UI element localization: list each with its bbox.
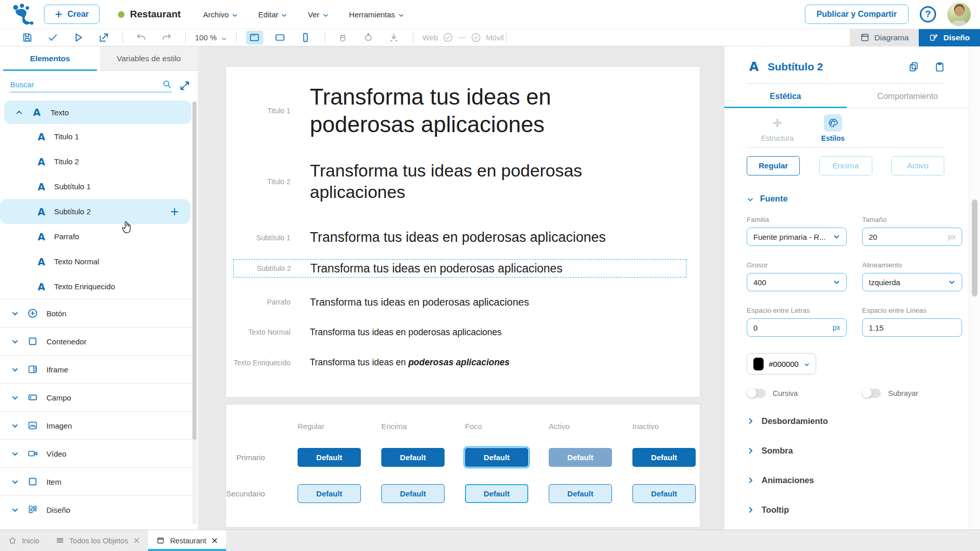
- state-column-header: Inactivo: [622, 422, 700, 431]
- default-button-secundario-inactivo[interactable]: Default: [632, 484, 696, 503]
- chevron-right-icon: [747, 477, 754, 484]
- design-canvas[interactable]: Titulo 1Transforma tus ideas en poderosa…: [199, 46, 724, 530]
- sidebar-item-subtítulo-2[interactable]: ASubtítulo 2: [0, 199, 190, 224]
- section-animaciones[interactable]: Animaciones: [747, 465, 945, 495]
- tab-diagrama[interactable]: Diagrama: [850, 29, 919, 46]
- device-phone-button[interactable]: [297, 31, 314, 45]
- subtab-estilos[interactable]: Estilos: [821, 114, 845, 142]
- search-input[interactable]: [10, 80, 162, 89]
- fuente-section-header[interactable]: Fuente: [747, 194, 945, 204]
- section-tooltip[interactable]: Tooltip: [747, 495, 945, 524]
- sidebar-group-campo[interactable]: Campo: [0, 383, 192, 411]
- sidebar-scrollbar-thumb[interactable]: [192, 102, 197, 440]
- menu-ver[interactable]: Ver: [308, 10, 329, 19]
- undo-button[interactable]: [132, 31, 150, 45]
- sidebar-group-item[interactable]: Item: [0, 467, 192, 495]
- sidebar-item-label: Texto Enriquecido: [54, 282, 115, 291]
- sample-text-prefix: Transforma tus ideas en: [310, 357, 408, 367]
- bottom-tab-todos-los-objetos[interactable]: Todos los Objetos: [47, 530, 148, 551]
- sidebar-group-contenedor[interactable]: Contenedor: [0, 327, 192, 355]
- device-tablet-button[interactable]: [272, 31, 289, 45]
- bottom-tab-inicio[interactable]: Inicio: [0, 530, 47, 551]
- default-button-secundario-foco[interactable]: Default: [465, 484, 528, 503]
- grosor-select[interactable]: 400: [747, 273, 847, 291]
- tab-diseno[interactable]: Diseño: [919, 29, 980, 46]
- zoom-control[interactable]: 100 %: [195, 33, 227, 42]
- download-button[interactable]: [385, 31, 403, 45]
- font-color-picker[interactable]: #000000: [747, 353, 816, 374]
- apple-button[interactable]: [360, 31, 377, 45]
- save-button[interactable]: [18, 31, 36, 45]
- tab-variables-de-estilo[interactable]: Variables de estilo: [100, 46, 198, 71]
- redo-button[interactable]: [158, 31, 175, 45]
- bottom-tab-restaurant[interactable]: Restaurant: [148, 530, 226, 551]
- section-desbordamiento[interactable]: Desbordamiento: [747, 406, 945, 436]
- tab-diagrama-label: Diagrama: [874, 33, 909, 42]
- copy-style-icon[interactable]: [908, 61, 919, 72]
- menu-herramientas[interactable]: Herramientas: [349, 10, 404, 19]
- espacio-lineas-input[interactable]: [869, 323, 955, 332]
- paste-style-icon[interactable]: [934, 61, 945, 72]
- alineamiento-select[interactable]: Izquierda: [862, 273, 962, 291]
- subrayar-toggle[interactable]: Subrayar: [862, 389, 962, 398]
- sidebar-group-imagen[interactable]: Imagen: [0, 411, 192, 439]
- tab-comportamiento[interactable]: Comportamiento: [847, 84, 969, 108]
- sidebar-group-vídeo[interactable]: Vídeo: [0, 439, 192, 467]
- android-button[interactable]: [334, 31, 352, 45]
- sidebar-item-texto-normal[interactable]: ATexto Normal: [0, 249, 192, 274]
- state-button-regular[interactable]: Regular: [747, 156, 800, 176]
- sidebar-item-parrafo[interactable]: AParrafo: [0, 224, 192, 249]
- menu-archivo[interactable]: Archivo: [203, 10, 238, 19]
- validate-button[interactable]: [44, 31, 61, 45]
- sidebar-group-texto[interactable]: ATexto: [4, 101, 191, 124]
- sidebar-item-texto-enriquecido[interactable]: ATexto Enriquecido: [0, 274, 192, 299]
- tamano-input[interactable]: [869, 233, 948, 241]
- preview-button[interactable]: [69, 31, 87, 45]
- text-style-label: Subtítulo 1: [233, 234, 310, 242]
- window-scrollbar-thumb[interactable]: [972, 199, 977, 296]
- cursiva-toggle[interactable]: Cursiva: [747, 389, 847, 398]
- canvas-text-row-texto-normal[interactable]: Texto NormalTransforma tus ideas en pode…: [233, 327, 700, 338]
- canvas-text-row-titulo-1[interactable]: Titulo 1Transforma tus ideas en poderosa…: [233, 83, 700, 138]
- create-button[interactable]: Crear: [44, 5, 100, 24]
- web-mobile-toggle[interactable]: Web Móvil: [423, 32, 504, 43]
- default-button-secundario-regular[interactable]: Default: [298, 484, 361, 503]
- sidebar-group-botón[interactable]: Botón: [0, 299, 192, 327]
- justinmind-logo[interactable]: [11, 4, 35, 25]
- sidebar-item-titulo-2[interactable]: ATitulo 2: [0, 149, 192, 174]
- expand-panel-icon[interactable]: [179, 80, 190, 91]
- canvas-text-row-subtítulo-2[interactable]: Subtítulo 2Transforma tus ideas en poder…: [233, 259, 687, 278]
- menu-editar[interactable]: Editar: [258, 10, 287, 19]
- sidebar-item-titulo-1[interactable]: ATitulo 1: [0, 124, 192, 149]
- default-button-primario-encima[interactable]: Default: [381, 448, 445, 467]
- state-button-encima[interactable]: Encima: [819, 156, 872, 176]
- text-style-icon: A: [36, 281, 47, 292]
- canvas-text-row-parrafo[interactable]: ParrafoTransforma tus ideas en poderosas…: [233, 296, 700, 308]
- default-button-primario-foco[interactable]: Default: [465, 448, 528, 467]
- familia-select[interactable]: Fuente primaria - R...: [747, 228, 847, 246]
- subtab-estructura[interactable]: Estructura: [761, 114, 794, 142]
- help-icon[interactable]: ?: [920, 6, 936, 22]
- sidebar-item-subtítulo-1[interactable]: ASubtítulo 1: [0, 174, 192, 199]
- state-button-activo[interactable]: Activo: [891, 156, 944, 176]
- tab-estetica[interactable]: Estética: [724, 84, 847, 108]
- default-button-primario-activo[interactable]: Default: [549, 448, 612, 467]
- default-button-primario-regular[interactable]: Default: [298, 448, 361, 467]
- default-button-secundario-encima[interactable]: Default: [381, 484, 445, 503]
- device-desktop-button[interactable]: [246, 31, 263, 45]
- default-button-primario-inactivo[interactable]: Default: [632, 448, 696, 467]
- espacio-letras-input[interactable]: [753, 323, 832, 332]
- user-avatar[interactable]: [947, 3, 971, 26]
- sidebar-scrollbar[interactable]: [192, 102, 197, 524]
- sidebar-group-iframe[interactable]: Iframe: [0, 355, 192, 383]
- window-scrollbar[interactable]: [969, 46, 980, 530]
- section-sombra[interactable]: Sombra: [747, 436, 945, 465]
- export-button[interactable]: [95, 31, 112, 45]
- publish-share-button[interactable]: Publicar y Compartir: [805, 5, 909, 24]
- sidebar-group-diseño[interactable]: Diseño: [0, 495, 192, 523]
- canvas-text-row-texto-enriquecido[interactable]: Texto EnriquecidoTransforma tus ideas en…: [233, 357, 700, 368]
- canvas-text-row-subtítulo-1[interactable]: Subtítulo 1Transforma tus ideas en poder…: [233, 229, 700, 246]
- tab-elementos[interactable]: Elementos: [0, 46, 100, 71]
- default-button-secundario-activo[interactable]: Default: [549, 484, 612, 503]
- canvas-text-row-titulo-2[interactable]: Titulo 2Transforma tus ideas en poderosa…: [233, 160, 700, 203]
